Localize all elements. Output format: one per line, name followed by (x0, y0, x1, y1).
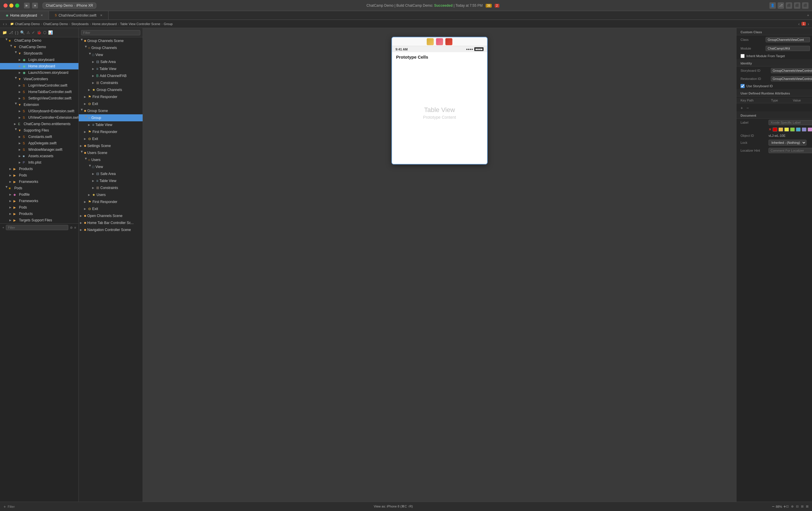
debug-nav-icon[interactable]: 🐞 (37, 30, 41, 35)
maximize-button[interactable] (15, 3, 19, 7)
issues-nav-icon[interactable]: ⚠ (27, 30, 30, 35)
tree-products[interactable]: ▶ ▶ Products (0, 166, 79, 172)
scene-constraints-1[interactable]: ▶ ⊞ Constraints (79, 79, 143, 86)
tests-nav-icon[interactable]: ✓ (32, 30, 35, 35)
user-icon[interactable]: 👤 (770, 2, 776, 9)
class-input[interactable] (765, 37, 810, 42)
scene-users-exit[interactable]: ▶ ⊖ Exit (79, 205, 143, 212)
bc-item-storyboards[interactable]: Storyboards (71, 22, 89, 26)
tab-home-storyboard[interactable]: ◉ Home.storyboard ✕ (0, 11, 49, 20)
scene-exit-1[interactable]: ▶ ⊖ Exit (79, 100, 143, 107)
scene-filter-input[interactable] (81, 30, 140, 35)
label-input[interactable] (768, 120, 812, 125)
search-nav-icon[interactable]: 🔍 (20, 30, 25, 35)
x-color-clear[interactable]: ✕ (768, 127, 772, 132)
scene-group-channels-ref[interactable]: ▶ ★ Group Channels (79, 86, 143, 93)
bc-item-home[interactable]: Home.storyboard (92, 22, 117, 26)
tree-storyboards[interactable]: ▶ ▼ Storyboards (0, 50, 79, 57)
tree-appdelegate[interactable]: ▶ S AppDelegate.swift (0, 140, 79, 146)
forward-arrow[interactable]: › (5, 22, 7, 26)
tree-infoplist[interactable]: ▶ P Info.plist (0, 159, 79, 166)
tree-pods-group[interactable]: ▶ ▶ Pods (0, 172, 79, 178)
swatch-yellow[interactable] (784, 127, 789, 132)
source-control-icon[interactable]: ⎇ (778, 2, 784, 9)
tree-frameworks-group[interactable]: ▶ ▶ Frameworks (0, 178, 79, 185)
tree-entitlements[interactable]: ▶ E ChatCamp Demo.entitlements (0, 121, 79, 127)
fit-icon[interactable]: ⊡ (786, 505, 789, 508)
bc-next[interactable]: › (808, 22, 809, 26)
lock-select[interactable]: Inherited - (Nothing) (768, 140, 807, 145)
scene-safe-area[interactable]: ▶ ⊟ Safe Area (79, 58, 143, 65)
scene-group-channels-scene[interactable]: ▶ ■ Group Channels Scene (79, 37, 143, 44)
list-icon[interactable]: ≡ (75, 226, 76, 229)
tree-chatcamp-demo-root[interactable]: ▶ ■ ChatCamp Demo (0, 37, 79, 44)
use-storyboard-id-checkbox[interactable] (741, 84, 745, 88)
scheme-selector[interactable]: ChatCamp Demo › iPhone XR (42, 3, 96, 8)
module-input[interactable] (765, 46, 810, 51)
tree-pods-project[interactable]: ▶ ■ Pods (0, 185, 79, 191)
bc-item-0[interactable]: ChatCamp Demo (15, 22, 40, 26)
bc-item-1[interactable]: ChatCamp Demo (43, 22, 68, 26)
tree-supporting-files[interactable]: ▶ ▼ Supporting Files (0, 127, 79, 134)
inherit-checkbox[interactable] (741, 54, 745, 58)
tab-close-icon[interactable]: ✕ (40, 14, 43, 17)
scene-open-channels[interactable]: ▶ ■ Open Channels Scene (79, 212, 143, 219)
scene-group-channels-vc[interactable]: ▶ ○ Group Channels (79, 44, 143, 51)
scene-home-tabbar[interactable]: ▶ ■ Home Tab Bar Controller Sc... (79, 219, 143, 226)
scene-first-responder-2[interactable]: ▶ ⚑ First Responder (79, 128, 143, 135)
swatch-teal[interactable] (796, 127, 801, 132)
scene-users-view[interactable]: ▶ □ View (79, 163, 143, 170)
tree-chatcamp-demo-group[interactable]: ▶ ▼ ChatCamp Demo (0, 44, 79, 50)
zoom-in-button[interactable]: + (783, 504, 786, 509)
aspect-icon[interactable]: ⊠ (806, 505, 809, 508)
symbol-nav-icon[interactable]: { } (15, 30, 18, 35)
left-filter-input[interactable] (6, 225, 68, 230)
tree-podfile[interactable]: ▶ ◆ Podfile (0, 191, 79, 198)
tree-windowmanager[interactable]: ▶ S WindowManager.swift (0, 146, 79, 153)
scene-users-responder[interactable]: ▶ ⚑ First Responder (79, 198, 143, 205)
tab-chatvc[interactable]: S ChatViewController.swift ✕ (49, 11, 109, 20)
swatch-purple[interactable] (808, 127, 812, 132)
tree-settingsvc[interactable]: ▶ S SettingsViewController.swift (0, 95, 79, 102)
udr-minus-icon[interactable]: − (746, 106, 749, 110)
localizer-hint-input[interactable] (768, 148, 812, 153)
tree-home-storyboard[interactable]: ▶ ◉ Home.storyboard (0, 63, 79, 69)
bc-item-group[interactable]: Group (164, 22, 173, 26)
add-tab-button[interactable]: + (804, 13, 812, 18)
restoration-id-input[interactable] (771, 76, 812, 81)
bc-item-scene[interactable]: Table View Controller Scene (120, 22, 161, 26)
inspector-toggle[interactable]: ⬛ (802, 2, 809, 9)
navigator-toggle[interactable]: ⬛ (786, 2, 792, 9)
tree-login-storyboard[interactable]: ▶ ◉ Login.storyboard (0, 57, 79, 63)
storyboard-id-input[interactable] (771, 68, 812, 73)
scene-tableview-1[interactable]: ▶ ≡ Table View (79, 65, 143, 72)
scene-users-safe-area[interactable]: ▶ ⊟ Safe Area (79, 170, 143, 177)
center-icon[interactable]: ⊕ (791, 505, 794, 508)
scene-users-ref[interactable]: ▶ ★ Users (79, 191, 143, 198)
scene-tableview-group[interactable]: ▶ ≡ Table View (79, 121, 143, 128)
breakpoints-nav-icon[interactable]: ⬡ (43, 30, 47, 35)
folder-nav-icon[interactable]: 📁 (2, 30, 7, 35)
source-nav-icon[interactable]: ⎇ (9, 30, 13, 35)
back-arrow[interactable]: ‹ (3, 22, 4, 26)
grid-icon[interactable]: ⊞ (801, 505, 804, 508)
tree-launchscreen[interactable]: ▶ ◉ LaunchScreen.storyboard (0, 69, 79, 76)
scene-group-vc[interactable]: ▶ ○ Group (79, 114, 143, 121)
run-button[interactable]: ▶ (24, 3, 30, 8)
filter-plus-icon[interactable]: + (2, 226, 4, 229)
tree-loginvc[interactable]: ▶ S LoginViewController.swift (0, 82, 79, 89)
scene-view[interactable]: ▶ □ View (79, 51, 143, 58)
scene-add-fab[interactable]: ▶ B Add ChannelFAB (79, 72, 143, 79)
tree-uivc-ext[interactable]: ▶ S UIViewController+Extension.swift (0, 114, 79, 121)
add-scene-icon[interactable]: + (3, 504, 6, 509)
scene-settings[interactable]: ▶ ■ Settings Scene (79, 142, 143, 149)
tree-pods-pods[interactable]: ▶ ▶ Pods (0, 204, 79, 210)
minimize-button[interactable] (9, 3, 13, 7)
tree-hometabbar[interactable]: ▶ S HomeTabBarController.swift (0, 89, 79, 95)
bc-prev[interactable]: ‹ (798, 22, 800, 26)
scene-first-responder-1[interactable]: ▶ ⚑ First Responder (79, 93, 143, 100)
scene-users-constraints[interactable]: ▶ ⊞ Constraints (79, 184, 143, 191)
scene-group-scene[interactable]: ▶ ■ Group Scene (79, 107, 143, 114)
swatch-green[interactable] (790, 127, 795, 132)
udr-add-icon[interactable]: + (741, 106, 743, 110)
